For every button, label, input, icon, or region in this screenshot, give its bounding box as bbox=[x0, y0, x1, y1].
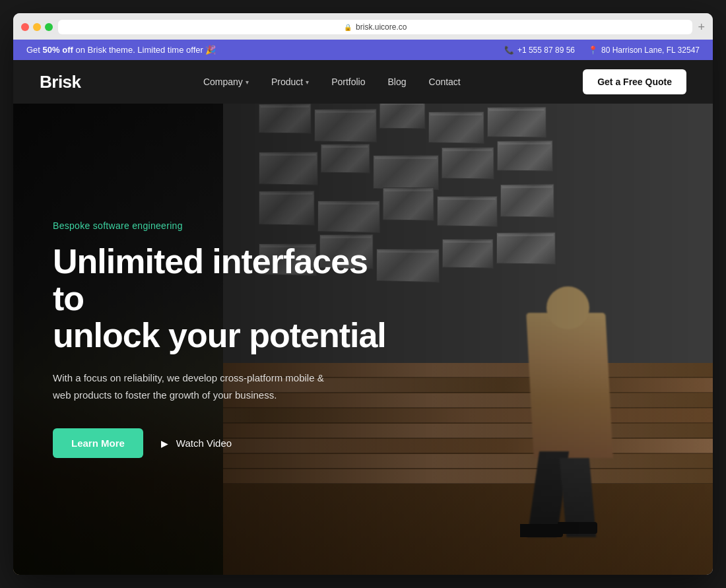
nav-product-label: Product bbox=[271, 77, 303, 87]
hero-title-line2: unlock your potential bbox=[53, 316, 386, 354]
nav-blog[interactable]: Blog bbox=[378, 71, 415, 92]
promo-rest: on Brisk theme. Limited time offer 🎉 bbox=[73, 45, 216, 55]
website: Get 50% off on Brisk theme. Limited time… bbox=[13, 40, 713, 575]
play-icon: ▶ bbox=[159, 438, 171, 449]
nav-contact-label: Contact bbox=[429, 77, 461, 87]
nav-portfolio[interactable]: Portfolio bbox=[322, 71, 374, 92]
nav-company-label: Company bbox=[203, 77, 243, 87]
watch-video-label: Watch Video bbox=[176, 438, 232, 449]
hero-content: Bespoke software engineering Unlimited i… bbox=[13, 104, 433, 575]
nav-product[interactable]: Product ▾ bbox=[262, 71, 318, 92]
watch-video-button[interactable]: ▶ Watch Video bbox=[159, 438, 232, 449]
chevron-down-icon: ▾ bbox=[306, 79, 309, 86]
nav-cta-button[interactable]: Get a Free Quote bbox=[583, 69, 686, 94]
promo-prefix: Get bbox=[26, 45, 43, 55]
browser-window: 🔒 brisk.uicore.co + Get 50% off on Brisk… bbox=[13, 13, 713, 575]
promo-bold: 50% off bbox=[43, 45, 73, 55]
chevron-down-icon: ▾ bbox=[246, 79, 249, 86]
address-text: 80 Harrison Lane, FL 32547 bbox=[601, 46, 700, 55]
learn-more-button[interactable]: Learn More bbox=[53, 428, 143, 458]
promo-text: Get 50% off on Brisk theme. Limited time… bbox=[26, 45, 216, 55]
hero-subtitle: With a focus on reliability, we develop … bbox=[53, 370, 337, 403]
announcement-bar: Get 50% off on Brisk theme. Limited time… bbox=[13, 40, 713, 60]
hero-section: Bespoke software engineering Unlimited i… bbox=[13, 104, 713, 575]
hero-actions: Learn More ▶ Watch Video bbox=[53, 428, 393, 458]
browser-chrome: 🔒 brisk.uicore.co + bbox=[13, 13, 713, 40]
nav-links: Company ▾ Product ▾ Portfolio Blog Conta… bbox=[194, 71, 470, 92]
nav-company[interactable]: Company ▾ bbox=[194, 71, 258, 92]
minimize-button[interactable] bbox=[33, 23, 41, 31]
phone-number: +1 555 87 89 56 bbox=[517, 46, 575, 55]
phone-contact: 📞 +1 555 87 89 56 bbox=[504, 46, 575, 55]
hero-eyebrow: Bespoke software engineering bbox=[53, 220, 393, 231]
nav-contact[interactable]: Contact bbox=[420, 71, 470, 92]
new-tab-button[interactable]: + bbox=[698, 20, 705, 34]
nav-portfolio-label: Portfolio bbox=[331, 77, 365, 87]
traffic-lights bbox=[21, 23, 53, 31]
hero-title-line1: Unlimited interfaces to bbox=[53, 242, 368, 317]
logo[interactable]: Brisk bbox=[40, 72, 81, 92]
location-icon: 📍 bbox=[588, 46, 598, 55]
url-text: brisk.uicore.co bbox=[356, 22, 407, 32]
navbar: Brisk Company ▾ Product ▾ Portfolio Blog… bbox=[13, 60, 713, 104]
contact-info: 📞 +1 555 87 89 56 📍 80 Harrison Lane, FL… bbox=[504, 46, 700, 55]
hero-title: Unlimited interfaces to unlock your pote… bbox=[53, 243, 393, 354]
address-bar[interactable]: 🔒 brisk.uicore.co bbox=[58, 20, 692, 34]
nav-blog-label: Blog bbox=[387, 77, 406, 87]
maximize-button[interactable] bbox=[45, 23, 53, 31]
close-button[interactable] bbox=[21, 23, 29, 31]
address-contact: 📍 80 Harrison Lane, FL 32547 bbox=[588, 46, 700, 55]
lock-icon: 🔒 bbox=[344, 24, 352, 31]
phone-icon: 📞 bbox=[504, 46, 514, 55]
